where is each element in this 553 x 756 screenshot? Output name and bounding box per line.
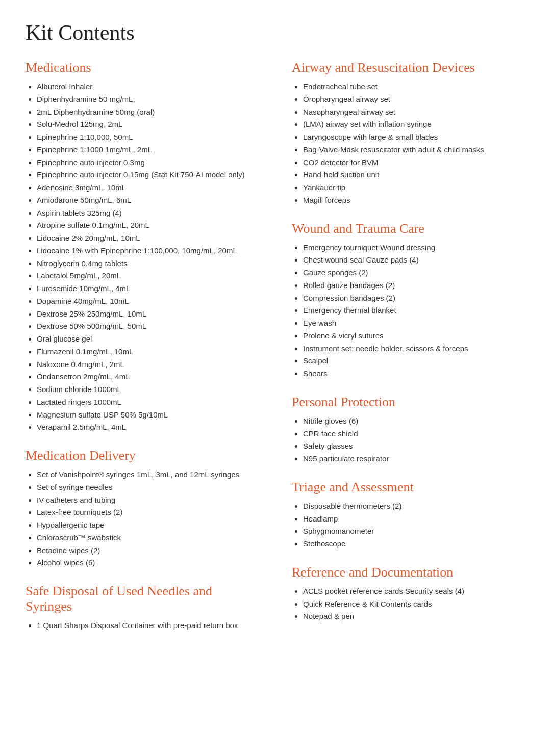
list-item: Atropine sulfate 0.1mg/mL, 20mL <box>37 219 261 232</box>
section-medications: MedicationsAlbuterol InhalerDiphenhydram… <box>26 60 261 434</box>
list-item: Eye wash <box>303 317 527 330</box>
list-item: Instrument set: needle holder, scissors … <box>303 343 527 355</box>
section-list-personal-protection: Nitrile gloves (6)CPR face shieldSafety … <box>292 415 527 465</box>
list-item: Laryngoscope with large & small blades <box>303 131 527 144</box>
list-item: Scalpel <box>303 355 527 368</box>
list-item: Lidocaine 1% with Epinephrine 1:100,000,… <box>37 245 261 257</box>
list-item: Shears <box>303 368 527 380</box>
list-item: Lactated ringers 1000mL <box>37 396 261 409</box>
list-item: Set of syringe needles <box>37 481 261 494</box>
list-item: Albuterol Inhaler <box>37 81 261 93</box>
list-item: Dopamine 40mg/mL, 10mL <box>37 295 261 308</box>
list-item: Chest wound seal Gauze pads (4) <box>303 254 527 267</box>
list-item: Adenosine 3mg/mL, 10mL <box>37 181 261 194</box>
list-item: Bag-Valve-Mask resuscitator with adult &… <box>303 144 527 157</box>
list-item: Betadine wipes (2) <box>37 544 261 557</box>
list-item: Alcohol wipes (6) <box>37 557 261 569</box>
list-item: Set of Vanishpoint® syringes 1mL, 3mL, a… <box>37 468 261 481</box>
list-item: Prolene & vicryl sutures <box>303 330 527 343</box>
list-item: Notepad & pen <box>303 610 527 623</box>
list-item: 2mL Diphenhydramine 50mg (oral) <box>37 106 261 119</box>
list-item: Chlorascrub™ swabstick <box>37 532 261 544</box>
section-list-medication-delivery: Set of Vanishpoint® syringes 1mL, 3mL, a… <box>26 468 261 569</box>
list-item: Epinephrine auto injector 0.3mg <box>37 157 261 169</box>
list-item: Naloxone 0.4mg/mL, 2mL <box>37 358 261 371</box>
content-grid: MedicationsAlbuterol InhalerDiphenhydram… <box>26 60 527 646</box>
list-item: CO2 detector for BVM <box>303 157 527 169</box>
list-item: Diphenhydramine 50 mg/mL, <box>37 93 261 106</box>
page-title: Kit Contents <box>26 20 527 45</box>
section-airway-resuscitation: Airway and Resuscitation DevicesEndotrac… <box>292 60 527 207</box>
list-item: Nitrile gloves (6) <box>303 415 527 428</box>
list-item: Magnesium sulfate USP 50% 5g/10mL <box>37 409 261 422</box>
list-item: Furosemide 10mg/mL, 4mL <box>37 282 261 295</box>
section-personal-protection: Personal ProtectionNitrile gloves (6)CPR… <box>292 395 527 465</box>
list-item: Disposable thermometers (2) <box>303 500 527 513</box>
list-item: IV catheters and tubing <box>37 494 261 507</box>
list-item: Magill forceps <box>303 194 527 207</box>
list-item: Gauze sponges (2) <box>303 267 527 279</box>
section-list-reference-documentation: ACLS pocket reference cards Security sea… <box>292 585 527 623</box>
section-wound-trauma: Wound and Trauma CareEmergency tournique… <box>292 221 527 380</box>
list-item: Sphygmomanometer <box>303 525 527 538</box>
list-item: N95 particulate respirator <box>303 453 527 465</box>
list-item: Ondansetron 2mg/mL, 4mL <box>37 371 261 383</box>
list-item: Amiodarone 50mg/mL, 6mL <box>37 194 261 207</box>
left-column: MedicationsAlbuterol InhalerDiphenhydram… <box>26 60 261 646</box>
section-triage-assessment: Triage and AssessmentDisposable thermome… <box>292 480 527 551</box>
section-list-wound-trauma: Emergency tourniquet Wound dressingChest… <box>292 242 527 380</box>
list-item: Aspirin tablets 325mg (4) <box>37 207 261 220</box>
list-item: Flumazenil 0.1mg/mL, 10mL <box>37 346 261 358</box>
section-title-airway-resuscitation: Airway and Resuscitation Devices <box>292 60 527 75</box>
list-item: Latex-free tourniquets (2) <box>37 506 261 519</box>
list-item: Quick Reference & Kit Contents cards <box>303 598 527 611</box>
section-title-triage-assessment: Triage and Assessment <box>292 480 527 495</box>
list-item: (LMA) airway set with inflation syringe <box>303 118 527 131</box>
list-item: CPR face shield <box>303 428 527 440</box>
section-list-medications: Albuterol InhalerDiphenhydramine 50 mg/m… <box>26 81 261 434</box>
list-item: Headlamp <box>303 513 527 526</box>
list-item: Dextrose 50% 500mg/mL, 50mL <box>37 320 261 333</box>
section-title-wound-trauma: Wound and Trauma Care <box>292 221 527 237</box>
list-item: Stethoscope <box>303 538 527 551</box>
list-item: Dextrose 25% 250mg/mL, 10mL <box>37 308 261 321</box>
list-item: Epinephrine 1:10,000, 50mL <box>37 131 261 144</box>
list-item: Emergency tourniquet Wound dressing <box>303 242 527 254</box>
section-title-safe-disposal: Safe Disposal of Used Needles and Syring… <box>26 584 261 614</box>
list-item: Yankauer tip <box>303 181 527 194</box>
list-item: Compression bandages (2) <box>303 292 527 305</box>
list-item: Epinephrine 1:1000 1mg/mL, 2mL <box>37 144 261 157</box>
section-title-reference-documentation: Reference and Documentation <box>292 565 527 580</box>
section-list-triage-assessment: Disposable thermometers (2)HeadlampSphyg… <box>292 500 527 551</box>
section-safe-disposal: Safe Disposal of Used Needles and Syring… <box>26 584 261 632</box>
section-reference-documentation: Reference and DocumentationACLS pocket r… <box>292 565 527 623</box>
section-title-medication-delivery: Medication Delivery <box>26 448 261 463</box>
list-item: Labetalol 5mg/mL, 20mL <box>37 270 261 282</box>
list-item: Oral glucose gel <box>37 333 261 346</box>
right-column: Airway and Resuscitation DevicesEndotrac… <box>292 60 527 646</box>
section-list-safe-disposal: 1 Quart Sharps Disposal Container with p… <box>26 619 261 632</box>
section-medication-delivery: Medication DeliverySet of Vanishpoint® s… <box>26 448 261 569</box>
list-item: Nasopharyngeal airway set <box>303 106 527 119</box>
section-title-personal-protection: Personal Protection <box>292 395 527 410</box>
list-item: Emergency thermal blanket <box>303 304 527 317</box>
list-item: Lidocaine 2% 20mg/mL, 10mL <box>37 232 261 245</box>
list-item: 1 Quart Sharps Disposal Container with p… <box>37 619 261 632</box>
list-item: Solu-Medrol 125mg, 2mL <box>37 118 261 131</box>
list-item: Hand-held suction unit <box>303 169 527 181</box>
list-item: Oropharyngeal airway set <box>303 93 527 106</box>
list-item: Safety glasses <box>303 440 527 453</box>
list-item: Epinephrine auto injector 0.15mg (Stat K… <box>37 169 261 181</box>
list-item: Nitroglycerin 0.4mg tablets <box>37 257 261 270</box>
list-item: Verapamil 2.5mg/mL, 4mL <box>37 421 261 434</box>
section-list-airway-resuscitation: Endotracheal tube setOropharyngeal airwa… <box>292 81 527 207</box>
list-item: ACLS pocket reference cards Security sea… <box>303 585 527 598</box>
list-item: Hypoallergenic tape <box>37 519 261 532</box>
list-item: Rolled gauze bandages (2) <box>303 279 527 292</box>
section-title-medications: Medications <box>26 60 261 75</box>
list-item: Endotracheal tube set <box>303 81 527 93</box>
list-item: Sodium chloride 1000mL <box>37 383 261 396</box>
